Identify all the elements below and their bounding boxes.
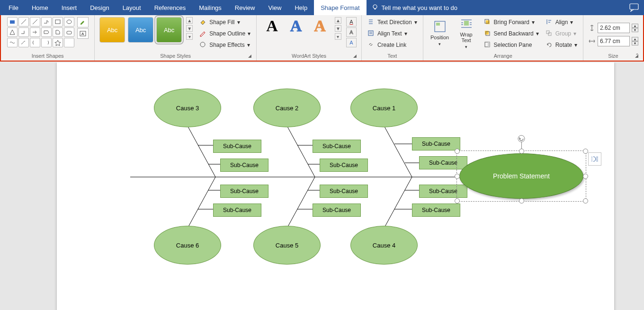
document-page[interactable]: Cause 3 Cause 2 Cause 1 Cause 6 Cause 5 … [57, 62, 614, 310]
cause-5-shape[interactable]: Cause 5 [253, 226, 321, 265]
wordart-launcher[interactable]: ◢ [353, 52, 357, 60]
tell-me-search[interactable]: Tell me what you want to do [367, 4, 462, 11]
wordart-style-1[interactable]: A [261, 17, 283, 35]
subcause-box[interactable]: Sub-Cause [213, 140, 261, 153]
subcause-box[interactable]: Sub-Cause [412, 137, 460, 151]
shape-style-more[interactable]: ▲▼▾ [186, 17, 193, 40]
comments-button[interactable] [629, 3, 639, 12]
wrap-text-icon [460, 17, 473, 30]
tab-mailings[interactable]: Mailings [192, 0, 228, 15]
layout-options-button[interactable] [588, 152, 601, 166]
group-wordart-styles: A A A ▲▼▾ A A A WordArt Styles◢ [257, 15, 362, 61]
shape-effects-button[interactable]: Shape Effects▾ [198, 40, 251, 50]
tab-references[interactable]: References [148, 0, 192, 15]
subcause-box[interactable]: Sub-Cause [320, 159, 368, 172]
group-label-size: Size [608, 53, 618, 59]
cause-2-shape[interactable]: Cause 2 [253, 89, 321, 127]
width-icon [588, 37, 596, 45]
width-decrease[interactable]: ▼ [632, 41, 638, 45]
subcause-box[interactable]: Sub-Cause [419, 185, 467, 198]
subcause-box[interactable]: Sub-Cause [220, 159, 268, 172]
tab-file[interactable]: File [2, 0, 25, 15]
width-increase[interactable]: ▲ [632, 37, 638, 41]
subcause-box[interactable]: Sub-Cause [313, 140, 361, 153]
cause-6-shape[interactable]: Cause 6 [154, 226, 221, 265]
group-text: Text Direction▾ Align Text▾ Create Link … [362, 15, 423, 61]
height-increase[interactable]: ▲ [632, 24, 638, 28]
text-effects-button[interactable]: A [346, 38, 357, 47]
tab-help[interactable]: Help [288, 0, 314, 15]
svg-rect-21 [546, 31, 549, 34]
group-size: 2.62 cm ▲▼ 6.77 cm ▲▼ Size◢ [583, 15, 643, 61]
tab-design[interactable]: Design [83, 0, 116, 15]
text-outline-button[interactable]: A [346, 27, 357, 37]
shapes-gallery[interactable] [7, 17, 74, 47]
cause-3-shape[interactable]: Cause 3 [154, 89, 221, 127]
shape-fill-button[interactable]: Shape Fill▾ [198, 17, 251, 27]
tab-review[interactable]: Review [228, 0, 262, 15]
tab-insert[interactable]: Insert [55, 0, 84, 15]
cause-1-shape[interactable]: Cause 1 [350, 89, 418, 127]
height-decrease[interactable]: ▼ [632, 28, 638, 32]
subcause-box[interactable]: Sub-Cause [320, 185, 368, 198]
tab-view[interactable]: View [261, 0, 288, 15]
pen-icon [199, 30, 207, 37]
text-direction-icon [367, 18, 375, 26]
wrap-text-button[interactable]: Wrap Text▾ [455, 17, 478, 49]
link-icon [367, 41, 375, 49]
edit-shape-button[interactable] [77, 17, 89, 27]
bring-forward-icon [484, 18, 492, 26]
shape-height-field[interactable]: 2.62 cm ▲▼ [588, 23, 638, 33]
svg-point-6 [67, 20, 72, 24]
problem-statement-shape[interactable]: Problem Statement [459, 153, 583, 199]
shape-style-1[interactable]: Abc [99, 17, 125, 43]
group-label-text: Text [387, 53, 397, 59]
create-link-button[interactable]: Create Link [367, 40, 418, 50]
tab-layout[interactable]: Layout [116, 0, 148, 15]
align-button[interactable]: Align▾ [545, 17, 578, 27]
rotate-button[interactable]: Rotate▾ [545, 40, 578, 50]
lightbulb-icon [371, 4, 379, 11]
tab-home[interactable]: Home [25, 0, 55, 15]
svg-rect-17 [485, 31, 489, 35]
svg-text:A: A [81, 32, 84, 36]
text-box-button[interactable]: A [77, 28, 89, 39]
group-arrange: Position▾ Wrap Text▾ Bring Forward▾ Send… [423, 15, 583, 61]
svg-rect-13 [436, 23, 440, 26]
group-label-shape-styles: Shape Styles [160, 53, 191, 59]
rotate-icon [546, 41, 553, 49]
wordart-style-2[interactable]: A [286, 17, 307, 35]
svg-rect-15 [486, 20, 490, 24]
shape-width-field[interactable]: 6.77 cm ▲▼ [588, 36, 638, 46]
text-direction-button[interactable]: Text Direction▾ [367, 17, 418, 27]
shape-style-2[interactable]: Abc [128, 17, 153, 43]
group-label-arrange: Arrange [494, 53, 512, 59]
subcause-box[interactable]: Sub-Cause [419, 156, 467, 169]
subcause-box[interactable]: Sub-Cause [412, 204, 460, 217]
text-fill-button[interactable]: A [346, 17, 357, 27]
wordart-style-more[interactable]: ▲▼▾ [335, 17, 341, 40]
tab-shape-format[interactable]: Shape Format [314, 0, 366, 15]
svg-point-0 [373, 5, 377, 9]
cause-4-shape[interactable]: Cause 4 [350, 226, 418, 265]
group-objects-button[interactable]: Group▾ [545, 28, 578, 39]
subcause-box[interactable]: Sub-Cause [220, 185, 268, 198]
bring-forward-button[interactable]: Bring Forward▾ [483, 17, 540, 27]
wordart-style-3[interactable]: A [309, 17, 331, 35]
svg-rect-11 [368, 31, 373, 35]
subcause-box[interactable]: Sub-Cause [313, 204, 361, 217]
height-icon [588, 24, 596, 32]
position-button[interactable]: Position▾ [428, 17, 452, 49]
send-backward-button[interactable]: Send Backward▾ [483, 28, 540, 39]
subcause-box[interactable]: Sub-Cause [213, 204, 261, 217]
shape-styles-launcher[interactable]: ◢ [248, 52, 251, 60]
align-text-button[interactable]: Align Text▾ [367, 28, 418, 39]
group-insert-shapes: A Insert Shapes [1, 15, 95, 61]
collapse-ribbon-button[interactable]: ⌃ [635, 53, 639, 59]
shape-style-3[interactable]: Abc [156, 17, 182, 43]
shape-outline-button[interactable]: Shape Outline▾ [198, 28, 251, 39]
layout-options-icon [590, 155, 599, 163]
svg-line-3 [21, 19, 26, 24]
selection-pane-button[interactable]: Selection Pane [483, 40, 540, 50]
send-backward-icon [484, 30, 492, 37]
